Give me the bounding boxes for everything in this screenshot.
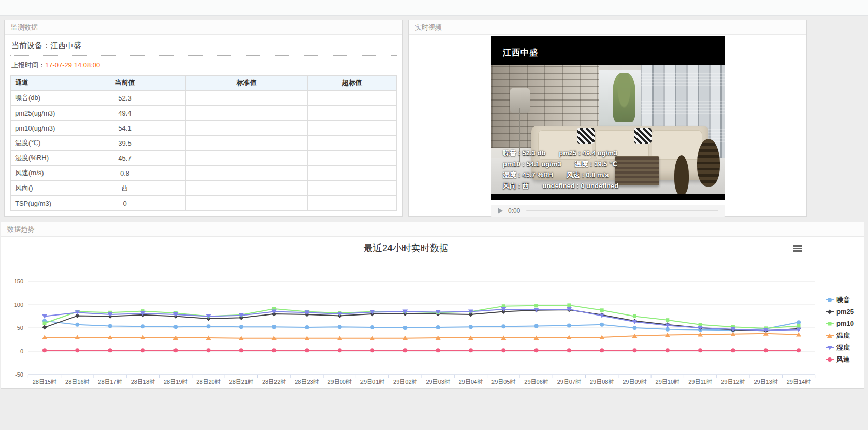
cell-channel: 温度(℃): [11, 136, 64, 151]
cell-current: 39.5: [64, 136, 186, 151]
svg-text:29日12时: 29日12时: [721, 379, 745, 385]
trend-chart: 最近24小时实时数据-5005010015028日15时28日16时28日17时…: [1, 237, 864, 388]
report-time-label: 上报时间：: [11, 61, 45, 69]
channel-row: pm10(ug/m3)54.1: [11, 121, 397, 136]
vase-decor: [697, 139, 720, 187]
svg-text:28日22时: 28日22时: [262, 379, 286, 385]
trend-panel-title: 数据趋势: [1, 222, 864, 237]
legend-item-pm10[interactable]: pm10: [826, 320, 854, 327]
header-current-value: 当前值: [64, 76, 186, 91]
channel-row: pm25(ug/m3)49.4: [11, 106, 397, 121]
legend-item-pm25[interactable]: pm25: [826, 308, 854, 316]
cell-current: 54.1: [64, 121, 186, 136]
video-overlay-line: 湿度 : 45.7 %RH 风速 : 0.8 m/s: [503, 169, 618, 180]
cell-standard: [186, 121, 308, 136]
cell-channel: pm10(ug/m3): [11, 121, 64, 136]
svg-text:29日07时: 29日07时: [557, 379, 581, 385]
patterned-pillow: [577, 128, 595, 144]
svg-text:28日17时: 28日17时: [98, 379, 122, 385]
header-channel: 通道: [11, 76, 64, 91]
channel-row: 风向()西: [11, 181, 397, 196]
cell-channel: 湿度(%RH): [11, 151, 64, 166]
channel-table-body: 噪音(db)52.3pm25(ug/m3)49.4pm10(ug/m3)54.1…: [11, 91, 397, 211]
svg-text:28日18时: 28日18时: [131, 379, 155, 385]
patterned-pillow: [634, 128, 652, 144]
header-standard-value: 标准值: [186, 76, 308, 91]
video-panel-title: 实时视频: [409, 20, 806, 35]
legend-item-风速[interactable]: 风速: [826, 355, 850, 363]
svg-text:29日01时: 29日01时: [360, 379, 384, 385]
cell-exceed: [308, 181, 397, 196]
chart-menu-icon[interactable]: [793, 245, 802, 252]
svg-text:29日14时: 29日14时: [787, 379, 811, 385]
series-湿度: [42, 307, 801, 333]
legend-item-湿度[interactable]: 湿度: [826, 343, 850, 351]
channel-row: TSP(ug/m3)0: [11, 196, 397, 211]
svg-text:pm10: pm10: [836, 320, 854, 327]
svg-text:28日20时: 28日20时: [196, 379, 220, 385]
svg-text:29日02时: 29日02时: [393, 379, 417, 385]
chart-title: 最近24小时实时数据: [364, 243, 449, 253]
monitor-panel-body: 当前设备：江西中盛 上报时间：17-07-29 14:08:00 通道 当前值 …: [5, 35, 402, 212]
legend-item-噪音[interactable]: 噪音: [826, 296, 850, 304]
channel-table: 通道 当前值 标准值 超标值 噪音(db)52.3pm25(ug/m3)49.4…: [10, 75, 397, 211]
cell-standard: [186, 136, 308, 151]
channel-row: 温度(℃)39.5: [11, 136, 397, 151]
cell-channel: TSP(ug/m3): [11, 196, 64, 211]
svg-text:0: 0: [20, 348, 23, 354]
cell-current: 45.7: [64, 151, 186, 166]
series-温度: [42, 331, 801, 340]
cell-exceed: [308, 121, 397, 136]
cell-standard: [186, 181, 308, 196]
live-video-panel: 实时视频 江西中盛 噪音 : 52.3 db pm25 : 49.4 ug/m3…: [408, 20, 807, 217]
cell-channel: 风向(): [11, 181, 64, 196]
playback-time: 0:00: [508, 207, 520, 214]
video-control-bar: 0:00: [491, 205, 725, 217]
sofa-cushion: [652, 130, 702, 160]
video-sensor-overlay: 噪音 : 52.3 db pm25 : 49.4 ug/m3pm10 : 54.…: [503, 148, 618, 191]
svg-text:50: 50: [17, 325, 23, 331]
cell-exceed: [308, 106, 397, 121]
svg-text:28日23时: 28日23时: [295, 379, 319, 385]
chart-legend: 噪音pm25pm10温度湿度风速: [826, 296, 854, 363]
svg-text:29日09时: 29日09时: [623, 379, 646, 385]
svg-text:28日15时: 28日15时: [33, 379, 56, 385]
svg-text:29日04时: 29日04时: [459, 379, 483, 385]
cell-exceed: [308, 136, 397, 151]
svg-text:28日19时: 28日19时: [164, 379, 187, 385]
channel-row: 风速(m/s)0.8: [11, 166, 397, 181]
svg-text:29日05时: 29日05时: [491, 379, 515, 385]
series-风速: [42, 348, 801, 352]
cell-current: 0.8: [64, 166, 186, 181]
channel-row: 噪音(db)52.3: [11, 91, 397, 106]
cell-standard: [186, 166, 308, 181]
data-trend-panel: 数据趋势 最近24小时实时数据-5005010015028日15时28日16时2…: [1, 222, 864, 389]
x-axis: 28日15时28日16时28日17时28日18时28日19时28日20时28日2…: [28, 375, 815, 385]
cell-standard: [186, 196, 308, 211]
cell-exceed: [308, 151, 397, 166]
legend-item-温度[interactable]: 温度: [826, 332, 850, 339]
cell-current: 0: [64, 196, 186, 211]
cell-channel: pm25(ug/m3): [11, 106, 64, 121]
svg-text:噪音: 噪音: [836, 296, 850, 304]
svg-text:150: 150: [14, 278, 23, 284]
cell-exceed: [308, 91, 397, 106]
cell-current: 西: [64, 181, 186, 196]
svg-text:风速: 风速: [836, 355, 850, 363]
report-time-value: 17-07-29 14:08:00: [45, 61, 100, 69]
cell-exceed: [308, 196, 397, 211]
svg-text:29日00时: 29日00时: [327, 379, 351, 385]
play-icon[interactable]: [498, 208, 503, 214]
svg-text:100: 100: [14, 302, 23, 308]
video-overlay-line: pm10 : 54.1 ug/m3 温度 : 39.5 ℃: [503, 159, 618, 169]
svg-text:28日16时: 28日16时: [65, 379, 89, 385]
svg-text:29日10时: 29日10时: [656, 379, 679, 385]
video-frame[interactable]: 江西中盛 噪音 : 52.3 db pm25 : 49.4 ug/m3pm10 …: [491, 36, 725, 200]
svg-text:pm25: pm25: [836, 308, 854, 316]
svg-text:29日13时: 29日13时: [754, 379, 777, 385]
svg-text:29日11时: 29日11时: [688, 379, 712, 385]
progress-bar[interactable]: [526, 210, 718, 211]
monitor-data-panel: 监测数据 当前设备：江西中盛 上报时间：17-07-29 14:08:00 通道…: [4, 20, 403, 217]
svg-text:29日08时: 29日08时: [590, 379, 614, 385]
svg-text:温度: 温度: [836, 332, 850, 339]
